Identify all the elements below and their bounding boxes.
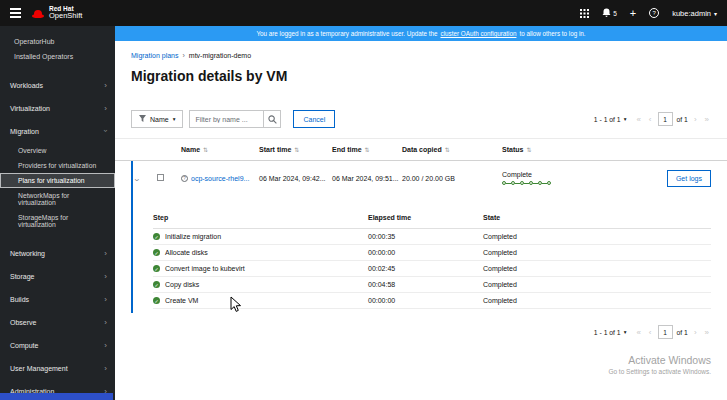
step-elapsed: 00:04:58 xyxy=(368,281,483,288)
migration-progress-pipeline xyxy=(502,181,654,185)
chevron-right-icon: › xyxy=(104,103,107,112)
column-header-data-copied[interactable]: Data copied⇅ xyxy=(402,146,502,153)
steps-column-state: State xyxy=(483,214,711,221)
banner-text-after: to allow others to log in. xyxy=(519,30,585,37)
sidebar-item-networking[interactable]: Networking › xyxy=(0,242,115,265)
next-page-icon[interactable]: › xyxy=(692,328,699,337)
sort-icon: ⇅ xyxy=(203,147,208,153)
notifications-bell-icon[interactable]: 5 xyxy=(602,8,617,18)
row-checkbox[interactable] xyxy=(157,174,164,181)
sidebar-item-installed-operators[interactable]: Installed Operators xyxy=(0,49,115,64)
step-state: Completed xyxy=(483,265,711,272)
page-count-label: of 1 xyxy=(677,116,688,123)
prev-page-icon[interactable]: ‹ xyxy=(647,328,654,337)
table-header-row: Name⇅ Start time⇅ End time⇅ Data copied⇅… xyxy=(115,139,727,161)
filter-by-name-input[interactable] xyxy=(189,110,263,128)
sidebar-item-compute[interactable]: Compute › xyxy=(0,334,115,357)
bottom-blue-strip xyxy=(0,393,113,400)
step-state: Completed xyxy=(483,297,711,304)
column-header-name[interactable]: Name⇅ xyxy=(181,146,259,153)
current-page-input[interactable]: 1 xyxy=(658,112,673,126)
next-page-icon[interactable]: › xyxy=(692,115,699,124)
banner-text-before: You are logged in as a temporary adminis… xyxy=(256,30,437,37)
step-name: Copy disks xyxy=(165,281,199,288)
sidebar-item-user-management[interactable]: User Management › xyxy=(0,357,115,380)
masthead: Red Hat OpenShift 5 + ? kube:admin ▾ xyxy=(0,0,727,26)
prev-page-icon[interactable]: ‹ xyxy=(647,115,654,124)
last-page-icon[interactable]: » xyxy=(703,328,711,337)
sidebar-item-storage[interactable]: Storage › xyxy=(0,265,115,288)
get-logs-button[interactable]: Get logs xyxy=(667,170,711,187)
sidebar-item-observe[interactable]: Observe › xyxy=(0,311,115,334)
redhat-openshift-logo[interactable]: Red Hat OpenShift xyxy=(31,4,82,22)
chevron-down-icon: ▾ xyxy=(624,329,627,335)
nav-toggle-icon[interactable] xyxy=(10,8,21,18)
step-row: ✓Convert image to kubevirt 00:02:45 Comp… xyxy=(153,261,711,277)
column-header-start-time[interactable]: Start time⇅ xyxy=(259,146,332,153)
brand-line-2: OpenShift xyxy=(49,12,82,20)
success-check-icon: ✓ xyxy=(153,281,160,288)
app-launcher-icon[interactable] xyxy=(580,9,589,18)
vm-name-link[interactable]: ocp-source-rhel9... xyxy=(191,175,249,182)
step-state: Completed xyxy=(483,249,711,256)
step-row: ✓Initialize migration 00:00:35 Completed xyxy=(153,229,711,245)
sidebar-item-migration[interactable]: Migration › xyxy=(0,120,115,143)
current-page-input[interactable]: 1 xyxy=(658,325,673,339)
first-page-icon[interactable]: « xyxy=(634,328,642,337)
sidebar-item-storagemaps-for-virtualization[interactable]: StorageMaps for virtualization xyxy=(0,210,115,232)
chevron-right-icon: › xyxy=(104,363,107,372)
sort-icon: ⇅ xyxy=(294,147,299,153)
filter-type-dropdown[interactable]: Name ▾ xyxy=(131,110,183,128)
quick-create-icon[interactable]: + xyxy=(630,8,636,19)
chevron-right-icon: › xyxy=(104,317,107,326)
toolbar: Name ▾ Cancel 1 - 1 of 1 ▾ « ‹ 1 of 1 › … xyxy=(115,84,727,138)
search-button[interactable] xyxy=(263,110,281,128)
steps-column-elapsed-time: Elapsed time xyxy=(368,214,483,221)
sidebar-item-operatorhub[interactable]: OperatorHub xyxy=(0,34,115,49)
sort-icon: ⇅ xyxy=(365,147,370,153)
first-page-icon[interactable]: « xyxy=(634,115,642,124)
chevron-down-icon: ▾ xyxy=(173,116,176,122)
sidebar-item-virtualization[interactable]: Virtualization › xyxy=(0,97,115,120)
oauth-configuration-link[interactable]: cluster OAuth configuration xyxy=(440,30,516,37)
sidebar-item-plans-for-virtualization[interactable]: Plans for virtualization xyxy=(0,173,115,188)
pagination-range-dropdown[interactable]: 1 - 1 of 1 ▾ xyxy=(594,329,627,336)
step-row: ✓Create VM 00:00:00 Completed xyxy=(153,293,711,309)
sort-icon: ⇅ xyxy=(445,147,450,153)
table-row: › ? ocp-source-rhel9... 06 Mar 2024, 09:… xyxy=(133,161,711,195)
pagination-range-dropdown[interactable]: 1 - 1 of 1 ▾ xyxy=(594,116,627,123)
step-name: Allocate disks xyxy=(165,249,208,256)
cell-data-copied: 20.00 / 20.00 GB xyxy=(402,175,502,182)
column-header-status[interactable]: Status⇅ xyxy=(502,146,654,153)
breadcrumb-current: mtv-migration-demo xyxy=(189,52,251,59)
cell-end-time: 06 Mar 2024, 09:51... xyxy=(332,175,402,182)
steps-header-row: Step Elapsed time State xyxy=(153,207,711,229)
sidebar-item-networkmaps-for-virtualization[interactable]: NetworkMaps for virtualization xyxy=(0,188,115,210)
success-check-icon: ✓ xyxy=(153,233,160,240)
collapse-row-icon[interactable]: › xyxy=(132,175,142,182)
column-header-end-time[interactable]: End time⇅ xyxy=(332,146,402,153)
status-label: Complete xyxy=(502,171,654,178)
step-state: Completed xyxy=(483,233,711,240)
sidebar-item-builds[interactable]: Builds › xyxy=(0,288,115,311)
breadcrumb: Migration plans › mtv-migration-demo xyxy=(115,41,727,59)
user-menu[interactable]: kube:admin ▾ xyxy=(672,9,717,18)
breadcrumb-migration-plans-link[interactable]: Migration plans xyxy=(131,52,178,59)
steps-column-step: Step xyxy=(153,214,368,221)
chevron-down-icon: › xyxy=(101,129,110,132)
step-name: Create VM xyxy=(165,297,198,304)
last-page-icon[interactable]: » xyxy=(703,115,711,124)
red-hat-logo-icon xyxy=(31,4,45,22)
help-icon[interactable]: ? xyxy=(649,8,659,18)
chevron-right-icon: › xyxy=(104,340,107,349)
sidebar-item-workloads[interactable]: Workloads › xyxy=(0,74,115,97)
cancel-button[interactable]: Cancel xyxy=(293,110,335,128)
migration-vm-table: Name⇅ Start time⇅ End time⇅ Data copied⇅… xyxy=(115,138,727,313)
breadcrumb-separator-icon: › xyxy=(182,52,184,59)
vm-icon: ? xyxy=(181,175,188,182)
sidebar-item-overview[interactable]: Overview xyxy=(0,143,115,158)
step-state: Completed xyxy=(483,281,711,288)
sidebar-nav: OperatorHub Installed Operators Workload… xyxy=(0,26,115,400)
sidebar-item-providers-for-virtualization[interactable]: Providers for virtualization xyxy=(0,158,115,173)
chevron-down-icon: ▾ xyxy=(624,116,627,122)
